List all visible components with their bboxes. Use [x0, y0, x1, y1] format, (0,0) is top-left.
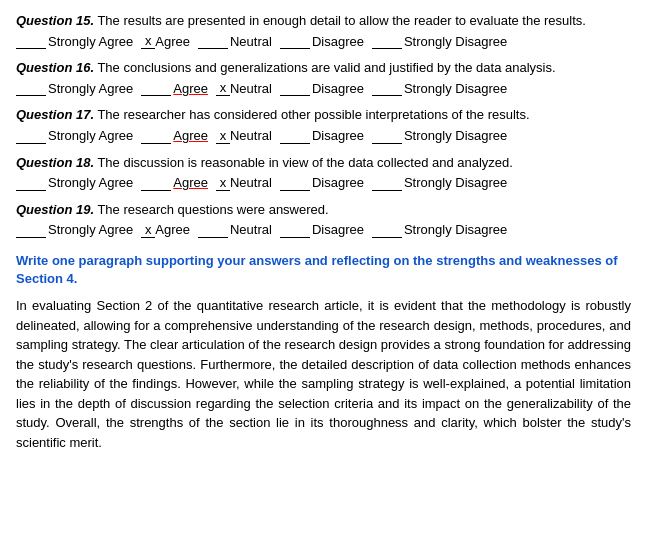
q18-option-2: xNeutral — [216, 175, 272, 191]
q19-option-label-1: Agree — [155, 222, 190, 237]
q19-option-label-4: Strongly Disagree — [404, 222, 507, 237]
q16-option-label-0: Strongly Agree — [48, 81, 133, 96]
q17-option-label-2: Neutral — [230, 128, 272, 143]
q15-option-label-4: Strongly Disagree — [404, 34, 507, 49]
q16-option-3: Disagree — [280, 80, 364, 96]
q16-option-1: Agree — [141, 80, 208, 96]
q17-option-label-4: Strongly Disagree — [404, 128, 507, 143]
q18-option-1: Agree — [141, 175, 208, 191]
q19-option-label-0: Strongly Agree — [48, 222, 133, 237]
q15-option-label-2: Neutral — [230, 34, 272, 49]
q15-option-3: Disagree — [280, 33, 364, 49]
q15-option-label-0: Strongly Agree — [48, 34, 133, 49]
q16-option-0: Strongly Agree — [16, 80, 133, 96]
q17-option-label-3: Disagree — [312, 128, 364, 143]
q15-answer-row: Strongly AgreexAgree Neutral Disagree St… — [16, 33, 631, 49]
q15-option-0: Strongly Agree — [16, 33, 133, 49]
q16-option-2: xNeutral — [216, 80, 272, 96]
q18-option-3: Disagree — [280, 175, 364, 191]
q15-option-label-1: Agree — [155, 34, 190, 49]
q18-block: Question 18. The discussion is reasonabl… — [16, 154, 631, 191]
q18-text: Question 18. The discussion is reasonabl… — [16, 154, 631, 172]
q15-option-1: xAgree — [141, 33, 190, 49]
q19-option-1: xAgree — [141, 222, 190, 238]
q16-option-label-2: Neutral — [230, 81, 272, 96]
q17-label: Question 17. — [16, 107, 94, 122]
writing-prompt: Write one paragraph supporting your answ… — [16, 252, 631, 288]
q18-option-label-4: Strongly Disagree — [404, 175, 507, 190]
q19-option-3: Disagree — [280, 222, 364, 238]
q18-label: Question 18. — [16, 155, 94, 170]
q15-block: Question 15. The results are presented i… — [16, 12, 631, 49]
q17-option-4: Strongly Disagree — [372, 128, 507, 144]
q18-option-label-0: Strongly Agree — [48, 175, 133, 190]
q19-text: Question 19. The research questions were… — [16, 201, 631, 219]
q19-label: Question 19. — [16, 202, 94, 217]
q17-option-label-0: Strongly Agree — [48, 128, 133, 143]
q16-text: Question 16. The conclusions and general… — [16, 59, 631, 77]
q17-block: Question 17. The researcher has consider… — [16, 106, 631, 143]
q16-option-4: Strongly Disagree — [372, 80, 507, 96]
q16-option-label-3: Disagree — [312, 81, 364, 96]
q18-option-label-1: Agree — [173, 175, 208, 190]
q15-option-label-3: Disagree — [312, 34, 364, 49]
q18-option-4: Strongly Disagree — [372, 175, 507, 191]
q16-option-label-1: Agree — [173, 81, 208, 96]
q16-label: Question 16. — [16, 60, 94, 75]
q16-block: Question 16. The conclusions and general… — [16, 59, 631, 96]
q17-option-label-1: Agree — [173, 128, 208, 143]
q17-option-0: Strongly Agree — [16, 128, 133, 144]
questions-container: Question 15. The results are presented i… — [16, 12, 631, 238]
q17-answer-row: Strongly Agree AgreexNeutral Disagree St… — [16, 128, 631, 144]
q18-answer-row: Strongly Agree AgreexNeutral Disagree St… — [16, 175, 631, 191]
q17-option-3: Disagree — [280, 128, 364, 144]
q19-block: Question 19. The research questions were… — [16, 201, 631, 238]
q18-option-label-3: Disagree — [312, 175, 364, 190]
q19-option-label-3: Disagree — [312, 222, 364, 237]
q19-option-2: Neutral — [198, 222, 272, 238]
q17-option-2: xNeutral — [216, 128, 272, 144]
q16-answer-row: Strongly Agree AgreexNeutral Disagree St… — [16, 80, 631, 96]
q19-option-label-2: Neutral — [230, 222, 272, 237]
q15-label: Question 15. — [16, 13, 94, 28]
q18-option-label-2: Neutral — [230, 175, 272, 190]
paragraph-text: In evaluating Section 2 of the quantitat… — [16, 296, 631, 452]
q19-option-0: Strongly Agree — [16, 222, 133, 238]
q17-text: Question 17. The researcher has consider… — [16, 106, 631, 124]
q19-answer-row: Strongly AgreexAgree Neutral Disagree St… — [16, 222, 631, 238]
q19-option-4: Strongly Disagree — [372, 222, 507, 238]
q15-option-4: Strongly Disagree — [372, 33, 507, 49]
q15-text: Question 15. The results are presented i… — [16, 12, 631, 30]
q18-option-0: Strongly Agree — [16, 175, 133, 191]
q16-option-label-4: Strongly Disagree — [404, 81, 507, 96]
q17-option-1: Agree — [141, 128, 208, 144]
q15-option-2: Neutral — [198, 33, 272, 49]
